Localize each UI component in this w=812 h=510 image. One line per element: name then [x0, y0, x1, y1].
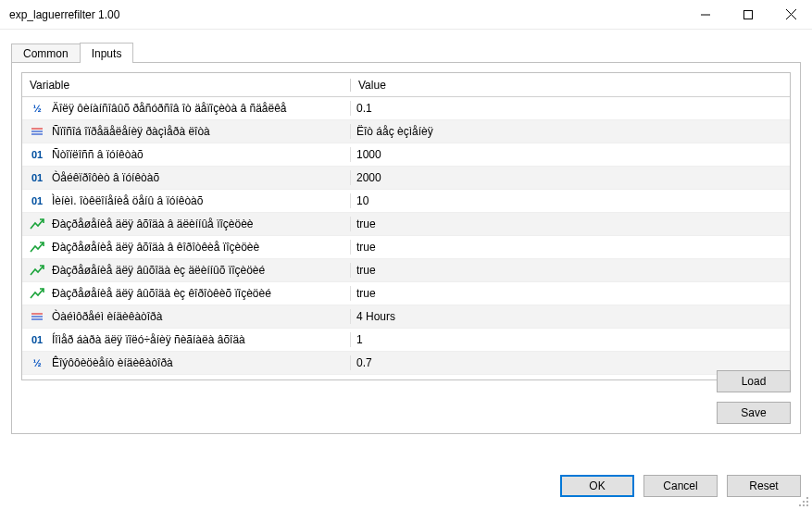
value-cell[interactable]: 4 Hours — [351, 310, 790, 323]
trend-icon — [28, 217, 46, 231]
value-cell[interactable]: 2000 — [351, 171, 790, 184]
value-text: true — [356, 287, 376, 300]
variable-name: Êîýôôèöèåíò èíäèêàòîðà — [52, 356, 173, 369]
value-cell[interactable]: 1 — [351, 333, 790, 346]
variable-name: Ðàçðåøåíèå äëÿ âûõîäà èç êîðîòêèõ ïîçèöè… — [52, 287, 271, 300]
side-buttons: Load Save — [717, 370, 791, 424]
load-button[interactable]: Load — [717, 370, 791, 392]
inputs-table: Variable Value ½Äîëÿ ôèíàíñîâûõ ðåñóðñîâ… — [21, 72, 791, 380]
table-row[interactable]: Ñïîñîá îïðåäåëåíèÿ ðàçìåðà ëîòàËîò áåç è… — [22, 120, 790, 143]
table-row[interactable]: 01Íîìåð áàðà äëÿ ïîëó÷åíèÿ ñèãíàëà âõîäà… — [22, 329, 790, 352]
value-text: 1000 — [356, 148, 381, 161]
variable-name: Òåéêïðîôèò â ïóíêòàõ — [52, 171, 159, 184]
value-cell[interactable]: true — [351, 218, 790, 230]
variable-cell: Ðàçðåøåíèå äëÿ âûõîäà èç êîðîòêèõ ïîçèöè… — [22, 286, 351, 301]
save-button[interactable]: Save — [717, 402, 791, 424]
variable-cell: 01Íîìåð áàðà äëÿ ïîëó÷åíèÿ ñèãíàëà âõîäà — [22, 332, 351, 347]
table-row[interactable]: Ðàçðåøåíèå äëÿ âûõîäà èç äëèííûõ ïîçèöèé… — [22, 259, 790, 282]
variable-name: Ìèíèì. îòêëîíåíèå öåíû â ïóíêòàõ — [52, 194, 203, 207]
table-row[interactable]: Ðàçðåøåíèå äëÿ âõîäà â äëèííûå ïîçèöèètr… — [22, 213, 790, 236]
table-row[interactable]: Òàéìôðåéì èíäèêàòîðà4 Hours — [22, 305, 790, 329]
titlebar: exp_laguerrefilter 1.00 — [0, 0, 812, 30]
value-text: 1 — [356, 333, 363, 346]
table-row[interactable]: 01Òåéêïðîôèò â ïóíêòàõ2000 — [22, 167, 790, 190]
reset-button[interactable]: Reset — [727, 475, 801, 497]
string-icon — [28, 124, 46, 139]
svg-rect-11 — [803, 501, 805, 503]
value-text: 0.7 — [356, 356, 372, 369]
value-text: 2000 — [356, 171, 381, 184]
svg-rect-1 — [744, 10, 753, 19]
value-text: Ëîò áåç èçìåíèÿ — [356, 125, 433, 138]
string-icon — [28, 309, 46, 324]
value-text: true — [356, 264, 376, 277]
variable-name: Ðàçðåøåíèå äëÿ âûõîäà èç äëèííûõ ïîçèöèé — [52, 264, 265, 277]
svg-rect-15 — [806, 504, 808, 506]
value-cell[interactable]: 0.7 — [351, 356, 790, 369]
variable-name: Òàéìôðåéì èíäèêàòîðà — [52, 310, 162, 323]
tab-panel-inputs: Variable Value ½Äîëÿ ôèíàíñîâûõ ðåñóðñîâ… — [11, 62, 801, 434]
trend-icon — [28, 286, 46, 301]
trend-icon — [28, 263, 46, 278]
minimize-button[interactable] — [684, 0, 727, 30]
value-text: true — [356, 241, 376, 254]
fraction-icon: ½ — [28, 101, 46, 116]
svg-rect-12 — [806, 501, 808, 503]
variable-name: Íîìåð áàðà äëÿ ïîëó÷åíèÿ ñèãíàëà âõîäà — [52, 333, 245, 346]
bottom-buttons: OK Cancel Reset — [560, 475, 801, 497]
table-row[interactable]: 01Ìèíèì. îòêëîíåíèå öåíû â ïóíêòàõ10 — [22, 190, 790, 213]
value-cell[interactable]: 1000 — [351, 148, 790, 161]
integer-icon: 01 — [28, 170, 46, 185]
table-row[interactable]: 01Ñòîïëîññ â ïóíêòàõ1000 — [22, 143, 790, 167]
variable-name: Ðàçðåøåíèå äëÿ âõîäà â êîðîòêèå ïîçèöèè — [52, 241, 259, 254]
cancel-button[interactable]: Cancel — [643, 475, 718, 497]
close-button[interactable] — [769, 0, 812, 30]
svg-rect-14 — [803, 504, 805, 506]
variable-cell: 01Ñòîïëîññ â ïóíêòàõ — [22, 147, 351, 162]
table-row[interactable]: Ðàçðåøåíèå äëÿ âûõîäà èç êîðîòêèõ ïîçèöè… — [22, 282, 790, 305]
value-text: 0.1 — [356, 102, 372, 115]
integer-icon: 01 — [28, 332, 46, 347]
trend-icon — [28, 240, 46, 255]
table-row[interactable]: Ðàçðåøåíèå äëÿ âõîäà â êîðîòêèå ïîçèöèèt… — [22, 236, 790, 259]
integer-icon: 01 — [28, 147, 46, 162]
tabs: Common Inputs — [11, 41, 801, 63]
value-text: 10 — [356, 194, 369, 207]
tab-common[interactable]: Common — [11, 44, 81, 63]
svg-rect-13 — [799, 504, 801, 506]
table-row[interactable]: ½Äîëÿ ôèíàíñîâûõ ðåñóðñîâ îò äåïîçèòà â … — [22, 97, 790, 120]
variable-cell: Ðàçðåøåíèå äëÿ âûõîäà èç äëèííûõ ïîçèöèé — [22, 263, 351, 278]
value-cell[interactable]: true — [351, 287, 790, 300]
value-text: true — [356, 218, 376, 230]
svg-rect-10 — [806, 497, 808, 499]
value-text: 4 Hours — [356, 310, 395, 323]
table-row[interactable]: ½Êîýôôèöèåíò èíäèêàòîðà0.7 — [22, 352, 790, 375]
table-header: Variable Value — [22, 73, 790, 97]
fraction-icon: ½ — [28, 355, 46, 370]
col-header-value[interactable]: Value — [351, 79, 790, 92]
maximize-button[interactable] — [727, 0, 769, 30]
close-icon — [786, 9, 796, 19]
tab-inputs[interactable]: Inputs — [80, 43, 134, 63]
value-cell[interactable]: 10 — [351, 194, 790, 207]
value-cell[interactable]: true — [351, 241, 790, 254]
variable-name: Ñòîïëîññ â ïóíêòàõ — [52, 148, 144, 161]
variable-cell: 01Òåéêïðîôèò â ïóíêòàõ — [22, 170, 351, 185]
variable-cell: Òàéìôðåéì èíäèêàòîðà — [22, 309, 351, 324]
resize-grip-icon[interactable] — [797, 495, 810, 508]
col-header-variable[interactable]: Variable — [22, 79, 351, 92]
variable-name: Äîëÿ ôèíàíñîâûõ ðåñóðñîâ îò äåïîçèòà â ñ… — [52, 102, 287, 115]
variable-cell: Ðàçðåøåíèå äëÿ âõîäà â êîðîòêèå ïîçèöèè — [22, 240, 351, 255]
integer-icon: 01 — [28, 193, 46, 208]
variable-cell: Ðàçðåøåíèå äëÿ âõîäà â äëèííûå ïîçèöèè — [22, 217, 351, 231]
variable-cell: 01Ìèíèì. îòêëîíåíèå öåíû â ïóíêòàõ — [22, 193, 351, 208]
window-title: exp_laguerrefilter 1.00 — [9, 8, 684, 21]
ok-button[interactable]: OK — [560, 475, 634, 497]
value-cell[interactable]: 0.1 — [351, 102, 790, 115]
variable-cell: ½Äîëÿ ôèíàíñîâûõ ðåñóðñîâ îò äåïîçèòà â … — [22, 101, 351, 116]
variable-name: Ðàçðåøåíèå äëÿ âõîäà â äëèííûå ïîçèöèè — [52, 218, 254, 230]
variable-cell: Ñïîñîá îïðåäåëåíèÿ ðàçìåðà ëîòà — [22, 124, 351, 139]
variable-cell: ½Êîýôôèöèåíò èíäèêàòîðà — [22, 355, 351, 370]
value-cell[interactable]: true — [351, 264, 790, 277]
value-cell[interactable]: Ëîò áåç èçìåíèÿ — [351, 125, 790, 138]
